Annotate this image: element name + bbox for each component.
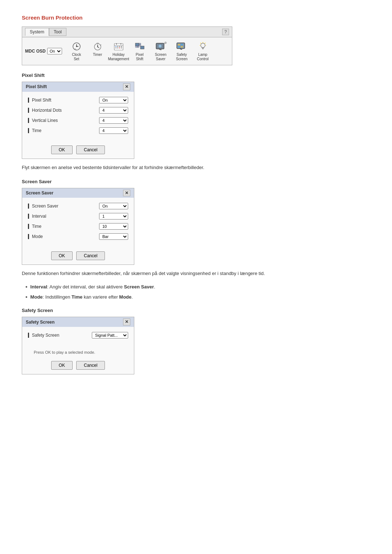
row-indicator-3 xyxy=(28,128,29,133)
pixel-shift-label: PixelShift xyxy=(136,53,144,61)
description-1: Flyt skærmen en anelse ved bestemte tids… xyxy=(22,164,370,172)
safety-screen-note: Press OK to play a selected mode. xyxy=(28,350,128,354)
safety-screen-icon xyxy=(175,41,188,52)
screen-saver-dialog-buttons: OK Cancel xyxy=(22,249,134,264)
svg-rect-25 xyxy=(135,46,137,48)
svg-point-47 xyxy=(201,43,205,48)
page-title: Screen Burn Protection xyxy=(22,15,370,21)
pixel-shift-row-1: Horizontal Dots 4123 xyxy=(28,107,128,114)
safety-screen-dialog-buttons: OK Cancel xyxy=(22,358,134,374)
time-ref: Time xyxy=(72,294,82,300)
screen-saver-label-2: Time xyxy=(28,224,41,229)
svg-point-3 xyxy=(76,46,77,47)
row-indicator-1 xyxy=(28,108,29,113)
svg-rect-43 xyxy=(178,46,180,48)
mode-ref: Mode xyxy=(119,294,131,300)
svg-rect-21 xyxy=(121,48,122,48)
pixel-shift-ok-button[interactable]: OK xyxy=(51,145,73,154)
safety-screen-close-button[interactable]: ✕ xyxy=(123,319,130,325)
screen-saver-select-3[interactable]: BarFade xyxy=(99,233,128,240)
screen-saver-label-3: Mode xyxy=(28,234,43,239)
toolbar-item-lamp-control[interactable]: LampControl xyxy=(193,40,213,63)
toolbar-body: MDC OSD On Off ClockSet xyxy=(22,37,232,65)
svg-rect-26 xyxy=(137,46,139,48)
svg-rect-20 xyxy=(119,48,120,48)
screen-saver-row-3: Mode BarFade xyxy=(28,233,128,240)
screen-saver-select-0[interactable]: OnOff xyxy=(99,203,128,209)
tab-system[interactable]: System xyxy=(25,28,49,36)
bullet-text-interval: Interval: Angiv det interval, der skal a… xyxy=(30,283,155,291)
mdc-osd-control: MDC OSD On Off xyxy=(25,48,62,54)
description-2: Denne funktionen forhindrer skærmefterbi… xyxy=(22,270,370,278)
screen-saver-row-2: Time 10515 xyxy=(28,223,128,230)
svg-point-32 xyxy=(159,45,162,48)
toolbar-item-pixel-shift[interactable]: PixelShift xyxy=(130,40,150,63)
pixel-shift-row-3: Time 4123 xyxy=(28,127,128,134)
safety-screen-label: SafetyScreen xyxy=(176,53,188,61)
pixel-shift-section-title: Pixel Shift xyxy=(22,73,370,78)
help-button[interactable]: ? xyxy=(222,29,229,35)
holiday-icon xyxy=(112,41,125,52)
safety-screen-dialog-body: Safety Screen Signal Patt... All White S… xyxy=(22,327,134,347)
row-indicator-0 xyxy=(28,98,29,103)
svg-rect-44 xyxy=(181,46,183,48)
svg-rect-16 xyxy=(119,46,120,47)
bullet-list: • Interval: Angiv det interval, der skal… xyxy=(22,283,370,300)
screen-saver-select-1[interactable]: 123 xyxy=(99,213,128,219)
safety-screen-select-0[interactable]: Signal Patt... All White Scroll xyxy=(92,332,128,338)
screen-saver-select-2[interactable]: 10515 xyxy=(99,223,128,230)
svg-rect-22 xyxy=(135,43,139,46)
toolbar-item-timer[interactable]: Timer xyxy=(87,40,108,63)
screen-saver-close-button[interactable]: ✕ xyxy=(123,190,130,197)
svg-rect-23 xyxy=(139,43,141,45)
svg-rect-15 xyxy=(117,46,118,47)
toolbar-item-holiday-management[interactable]: HolidayManagement xyxy=(109,40,129,63)
screen-saver-dialog: Screen Saver ✕ Screen Saver OnOff Interv… xyxy=(22,188,134,265)
svg-rect-14 xyxy=(115,46,117,47)
screen-saver-label-0: Screen Saver xyxy=(28,204,58,209)
toolbar-item-safety-screen[interactable]: SafetyScreen xyxy=(172,40,192,63)
screen-saver-cancel-button[interactable]: Cancel xyxy=(76,251,105,260)
screen-saver-icon xyxy=(154,41,167,52)
svg-rect-18 xyxy=(115,48,117,48)
safety-screen-section-title: Safety Screen xyxy=(22,308,370,313)
pixel-shift-select-0[interactable]: OnOff xyxy=(99,97,128,103)
toolbar-item-screen-saver[interactable]: ScreenSaver xyxy=(151,40,171,63)
svg-rect-27 xyxy=(140,46,144,49)
pixel-shift-select-1[interactable]: 4123 xyxy=(99,107,128,114)
toolbar-items: ClockSet Timer xyxy=(66,40,213,63)
pixel-shift-label-3: Time xyxy=(28,128,41,133)
pixel-shift-row-2: Vertical Lines 4123 xyxy=(28,117,128,124)
pixel-shift-label-1: Horizontal Dots xyxy=(28,108,62,113)
sfty-row-indicator-0 xyxy=(28,333,29,338)
screen-saver-ok-button[interactable]: OK xyxy=(51,251,73,260)
toolbar-item-clock-set[interactable]: ClockSet xyxy=(66,40,87,63)
svg-rect-42 xyxy=(181,44,183,45)
lamp-control-label: LampControl xyxy=(197,53,209,61)
safety-screen-note-area: Press OK to play a selected mode. xyxy=(22,347,134,358)
safety-screen-ok-button[interactable]: OK xyxy=(51,361,73,370)
row-indicator-2 xyxy=(28,118,29,123)
pixel-shift-row-0: Pixel Shift OnOff xyxy=(28,97,128,103)
screen-saver-dialog-header: Screen Saver ✕ xyxy=(22,188,134,198)
pixel-shift-cancel-button[interactable]: Cancel xyxy=(76,145,105,154)
bullet-item-mode: • Mode: Indstillingen Time kan variere e… xyxy=(25,294,370,301)
mdc-osd-select[interactable]: On Off xyxy=(47,48,62,54)
bullet-dot-0: • xyxy=(25,283,28,290)
screen-saver-label: ScreenSaver xyxy=(155,53,167,61)
screen-saver-dialog-title: Screen Saver xyxy=(26,190,53,196)
lamp-control-icon xyxy=(196,41,209,52)
pixel-shift-dialog-title: Pixel Shift xyxy=(26,84,47,89)
pixel-shift-dialog-body: Pixel Shift OnOff Horizontal Dots 4123 V… xyxy=(22,92,134,143)
safety-screen-dialog-title: Safety Screen xyxy=(26,320,54,325)
toolbar-tabs: System Tool xyxy=(25,28,66,36)
safety-screen-dialog: Safety Screen ✕ Safety Screen Signal Pat… xyxy=(22,317,134,374)
safety-screen-cancel-button[interactable]: Cancel xyxy=(76,361,105,370)
pixel-shift-close-button[interactable]: ✕ xyxy=(123,83,130,90)
pixel-shift-select-2[interactable]: 4123 xyxy=(99,117,128,124)
ss-row-indicator-2 xyxy=(28,224,29,229)
bullet-dot-1: • xyxy=(25,294,28,300)
tab-tool[interactable]: Tool xyxy=(49,28,66,36)
pixel-shift-icon xyxy=(133,41,146,52)
pixel-shift-select-3[interactable]: 4123 xyxy=(99,127,128,134)
